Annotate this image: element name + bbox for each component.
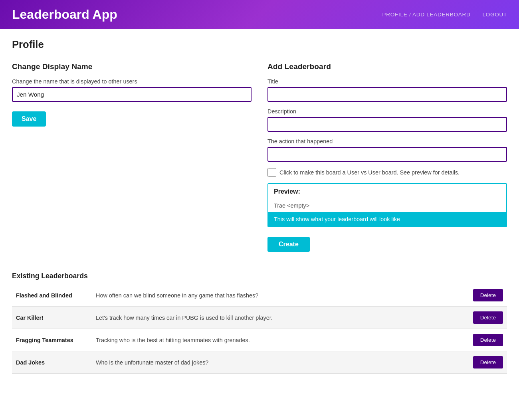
delete-button[interactable]: Delete xyxy=(473,356,503,368)
lb-name: Car Killer! xyxy=(12,307,92,329)
lb-action-cell: Delete xyxy=(467,284,507,307)
description-label: Description xyxy=(267,108,507,115)
header-nav: PROFILE / ADD LEADERBOARD LOGOUT xyxy=(382,12,507,18)
lb-description: Let's track how many times car in PUBG i… xyxy=(92,307,467,329)
create-button[interactable]: Create xyxy=(267,237,310,252)
preview-title: Preview: xyxy=(274,188,300,195)
description-input[interactable] xyxy=(267,117,507,132)
action-field-group: The action that happened xyxy=(267,138,507,162)
save-button[interactable]: Save xyxy=(12,111,46,127)
display-name-input[interactable] xyxy=(12,87,252,102)
user-vs-user-label: Click to make this board a User vs User … xyxy=(279,169,460,176)
preview-content-text: Trae <empty> xyxy=(268,199,506,212)
delete-button[interactable]: Delete xyxy=(473,334,503,346)
existing-leaderboards-heading: Existing Leaderboards xyxy=(12,272,507,280)
lb-action-cell: Delete xyxy=(467,307,507,329)
page-content: Profile Change Display Name Change the n… xyxy=(0,29,519,383)
lb-description: Who is the unfortunate master of dad jok… xyxy=(92,351,467,374)
action-input[interactable] xyxy=(267,147,507,162)
lb-description: How often can we blind someone in any ga… xyxy=(92,284,467,307)
description-field-group: Description xyxy=(267,108,507,132)
preview-header: Preview: xyxy=(268,184,506,199)
user-vs-user-checkbox[interactable] xyxy=(267,168,276,177)
preview-row-text: This will show what your leaderboard wil… xyxy=(268,212,506,226)
user-vs-user-row: Click to make this board a User vs User … xyxy=(267,168,507,177)
lb-name: Fragging Teammates xyxy=(12,329,92,351)
preview-box: Preview: Trae <empty> This will show wha… xyxy=(267,183,507,227)
table-row: Dad Jokes Who is the unfortunate master … xyxy=(12,351,507,374)
leaderboards-table: Flashed and Blinded How often can we bli… xyxy=(12,284,507,374)
nav-profile-link[interactable]: PROFILE / ADD LEADERBOARD xyxy=(382,12,471,18)
lb-action-cell: Delete xyxy=(467,351,507,374)
delete-button[interactable]: Delete xyxy=(473,311,503,324)
lb-name: Dad Jokes xyxy=(12,351,92,374)
lb-name: Flashed and Blinded xyxy=(12,284,92,307)
action-label: The action that happened xyxy=(267,138,507,145)
add-leaderboard-heading: Add Leaderboard xyxy=(267,62,507,71)
change-display-name-description: Change the name that is displayed to oth… xyxy=(12,78,252,85)
display-name-field-group xyxy=(12,87,252,102)
lb-description: Tracking who is the best at hitting team… xyxy=(92,329,467,351)
app-header: Leaderboard App PROFILE / ADD LEADERBOAR… xyxy=(0,0,519,29)
change-display-name-heading: Change Display Name xyxy=(12,62,252,71)
add-leaderboard-section: Add Leaderboard Title Description The ac… xyxy=(267,62,507,252)
nav-logout-link[interactable]: LOGOUT xyxy=(483,12,507,18)
title-input[interactable] xyxy=(267,87,507,102)
change-display-name-section: Change Display Name Change the name that… xyxy=(12,62,252,252)
table-row: Fragging Teammates Tracking who is the b… xyxy=(12,329,507,351)
table-row: Flashed and Blinded How often can we bli… xyxy=(12,284,507,307)
delete-button[interactable]: Delete xyxy=(473,289,503,301)
app-title: Leaderboard App xyxy=(12,7,117,22)
page-title: Profile xyxy=(12,39,507,50)
lb-action-cell: Delete xyxy=(467,329,507,351)
title-label: Title xyxy=(267,78,507,85)
main-two-col: Change Display Name Change the name that… xyxy=(12,62,507,252)
existing-leaderboards-section: Existing Leaderboards Flashed and Blinde… xyxy=(12,272,507,374)
title-field-group: Title xyxy=(267,78,507,102)
table-row: Car Killer! Let's track how many times c… xyxy=(12,307,507,329)
